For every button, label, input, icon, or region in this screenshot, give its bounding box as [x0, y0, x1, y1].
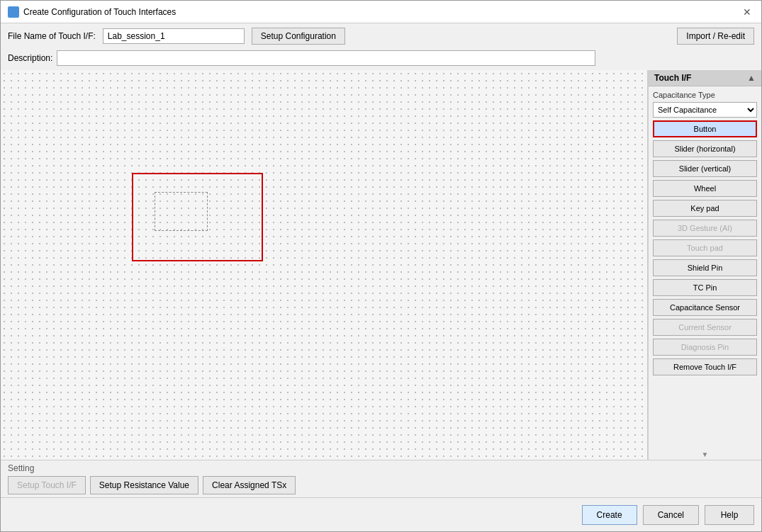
cancel-button[interactable]: Cancel [643, 505, 699, 525]
slider-v-btn[interactable]: Slider (vertical) [653, 160, 757, 177]
slider-h-btn[interactable]: Slider (horizontal) [653, 140, 757, 157]
button-type-btn[interactable]: Button [653, 120, 757, 137]
diagnosis-pin-btn: Diagnosis Pin [653, 339, 757, 356]
shield-pin-btn[interactable]: Shield Pin [653, 259, 757, 276]
current-sensor-btn: Current Sensor [653, 319, 757, 336]
desc-input[interactable] [57, 50, 595, 66]
keypad-btn[interactable]: Key pad [653, 200, 757, 217]
selection-box [132, 173, 263, 261]
window-title: Create Configuration of Touch Interfaces [23, 7, 176, 17]
right-panel-title: Touch I/F [654, 73, 691, 83]
right-panel: Touch I/F ▲ Capacitance Type Self Capaci… [648, 70, 761, 460]
touchpad-btn: Touch pad [653, 239, 757, 256]
title-bar: Create Configuration of Touch Interfaces… [1, 1, 761, 23]
right-panel-header: Touch I/F ▲ [649, 70, 761, 86]
gesture-btn: 3D Gesture (AI) [653, 220, 757, 237]
file-name-label: File Name of Touch I/F: [8, 31, 96, 41]
desc-label: Description: [8, 53, 52, 63]
footer-bar: Create Cancel Help [1, 497, 761, 531]
canvas-area [1, 70, 648, 460]
import-reedit-button[interactable]: Import / Re-edit [677, 28, 754, 45]
help-button[interactable]: Help [705, 505, 754, 525]
setting-buttons: Setup Touch I/F Setup Resistance Value C… [8, 476, 754, 494]
inner-dashed-box [155, 192, 208, 231]
close-button[interactable]: ✕ [740, 5, 754, 19]
capacitance-type-select[interactable]: Self Capacitance Mutual Capacitance [653, 102, 757, 118]
create-button[interactable]: Create [582, 505, 637, 525]
setup-touch-btn: Setup Touch I/F [8, 476, 86, 494]
clear-assigned-btn[interactable]: Clear Assigned TSx [203, 476, 296, 494]
title-bar-left: Create Configuration of Touch Interfaces [8, 6, 176, 18]
setting-label: Setting [8, 463, 754, 473]
setup-config-button[interactable]: Setup Configuration [252, 28, 345, 45]
wheel-btn[interactable]: Wheel [653, 180, 757, 197]
top-bar: File Name of Touch I/F: Setup Configurat… [1, 23, 761, 49]
app-icon [8, 6, 19, 18]
file-name-input[interactable] [103, 28, 245, 44]
scroll-down-arrow: ▼ [649, 449, 761, 460]
right-panel-section: Capacitance Type Self Capacitance Mutual… [649, 86, 761, 449]
remove-touch-btn[interactable]: Remove Touch I/F [653, 358, 757, 375]
capacitance-type-label: Capacitance Type [653, 91, 757, 99]
bottom-setting: Setting Setup Touch I/F Setup Resistance… [1, 460, 761, 497]
main-window: Create Configuration of Touch Interfaces… [0, 0, 762, 532]
main-area: Touch I/F ▲ Capacitance Type Self Capaci… [1, 70, 761, 460]
desc-bar: Description: [1, 49, 761, 70]
panel-collapse-button[interactable]: ▲ [747, 73, 756, 83]
tc-pin-btn[interactable]: TC Pin [653, 279, 757, 296]
setup-resistance-btn[interactable]: Setup Resistance Value [90, 476, 198, 494]
cap-sensor-btn[interactable]: Capacitance Sensor [653, 299, 757, 316]
